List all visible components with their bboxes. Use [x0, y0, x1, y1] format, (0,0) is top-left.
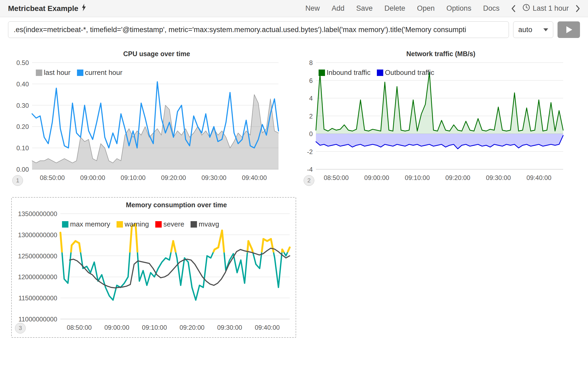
svg-text:0.40: 0.40: [16, 80, 29, 88]
svg-text:-4: -4: [307, 166, 313, 173]
lightning-bolt-icon: [82, 4, 86, 13]
svg-text:09:10:00: 09:10:00: [121, 174, 145, 181]
svg-text:13500000000: 13500000000: [18, 210, 57, 217]
chart-legend: max memorywarningseveremvavg: [62, 220, 219, 228]
time-range-label: Last 1 hour: [533, 4, 569, 13]
app-title-text: Metricbeat Example: [8, 4, 78, 13]
svg-text:09:10:00: 09:10:00: [405, 174, 430, 181]
svg-text:0.10: 0.10: [16, 144, 29, 152]
legend-label: max memory: [70, 220, 110, 228]
svg-text:12500000000: 12500000000: [18, 252, 57, 260]
top-navbar: Metricbeat Example New Add Save Delete O…: [0, 0, 588, 17]
legend-swatch: [36, 70, 42, 76]
legend-label: Outbound traffic: [385, 68, 434, 77]
legend-swatch: [62, 221, 68, 228]
legend-swatch: [77, 70, 83, 76]
chart-canvas-network[interactable]: -4-20246808:50:0009:00:0009:10:0009:20:0…: [303, 59, 566, 183]
chart-title: Memory consumption over time: [15, 201, 292, 210]
svg-text:09:20:00: 09:20:00: [161, 174, 186, 181]
svg-text:4: 4: [309, 95, 313, 102]
play-icon: [566, 26, 572, 33]
nav-menu: New Add Save Delete Open Options Docs La…: [305, 4, 580, 13]
time-back-button[interactable]: [511, 5, 516, 12]
chart-title: CPU usage over time: [11, 50, 281, 59]
interval-select[interactable]: auto: [513, 21, 553, 38]
legend-label: mvavg: [199, 220, 219, 228]
svg-text:8: 8: [309, 59, 313, 66]
svg-text:11500000000: 11500000000: [18, 294, 57, 302]
svg-text:09:00:00: 09:00:00: [104, 324, 129, 331]
chart-number-badge: 1: [12, 175, 23, 186]
chart-legend: last hourcurrent hour: [36, 68, 122, 77]
legend-swatch: [155, 221, 162, 228]
svg-text:6: 6: [309, 77, 313, 84]
chart-number-badge: 2: [304, 175, 314, 186]
svg-text:09:30:00: 09:30:00: [217, 324, 242, 331]
svg-text:09:10:00: 09:10:00: [142, 324, 167, 331]
svg-text:0.00: 0.00: [16, 166, 29, 173]
interval-value: auto: [518, 26, 532, 34]
legend-label: warning: [125, 220, 149, 228]
svg-text:09:00:00: 09:00:00: [80, 174, 105, 181]
svg-text:09:30:00: 09:30:00: [486, 174, 511, 181]
svg-text:08:50:00: 08:50:00: [67, 324, 92, 331]
legend-item[interactable]: current hour: [77, 68, 122, 77]
chevron-down-icon: [543, 28, 548, 31]
legend-swatch: [117, 221, 123, 228]
chart-panel-network[interactable]: Network traffic (MB/s) -4-20246808:50:00…: [303, 50, 566, 184]
nav-item-delete[interactable]: Delete: [384, 4, 405, 13]
nav-item-open[interactable]: Open: [417, 4, 435, 13]
chart-number-badge: 3: [15, 323, 26, 333]
nav-item-docs[interactable]: Docs: [483, 4, 500, 13]
svg-text:11000000000: 11000000000: [18, 316, 57, 323]
legend-label: current hour: [85, 68, 122, 77]
nav-item-new[interactable]: New: [305, 4, 320, 13]
timelion-expression-input[interactable]: [8, 21, 509, 38]
app-title: Metricbeat Example: [8, 4, 86, 13]
svg-text:09:40:00: 09:40:00: [242, 174, 267, 181]
legend-item[interactable]: Outbound traffic: [377, 68, 434, 77]
query-bar: auto: [0, 17, 588, 41]
run-query-button[interactable]: [558, 21, 580, 38]
legend-item[interactable]: severe: [155, 220, 184, 228]
svg-text:09:40:00: 09:40:00: [255, 324, 280, 331]
chart-canvas-memory[interactable]: 1100000000011500000000120000000001250000…: [15, 210, 292, 333]
nav-item-add[interactable]: Add: [332, 4, 345, 13]
svg-text:08:50:00: 08:50:00: [324, 174, 349, 181]
legend-item[interactable]: warning: [117, 220, 149, 228]
svg-text:09:00:00: 09:00:00: [364, 174, 389, 181]
chart-panel-memory-selected[interactable]: Memory consumption over time 11000000000…: [11, 197, 296, 338]
legend-label: severe: [163, 220, 184, 228]
clock-icon: [523, 4, 530, 13]
legend-item[interactable]: mvavg: [191, 220, 219, 228]
svg-text:09:40:00: 09:40:00: [527, 174, 551, 181]
legend-label: Inbound traffic: [327, 68, 370, 77]
svg-text:09:20:00: 09:20:00: [180, 324, 204, 331]
chart-canvas-cpu[interactable]: 0.000.100.200.300.400.5008:50:0009:00:00…: [11, 59, 281, 183]
chart-title: Network traffic (MB/s): [303, 50, 566, 59]
legend-item[interactable]: last hour: [36, 68, 71, 77]
svg-text:2: 2: [309, 113, 313, 120]
time-picker[interactable]: Last 1 hour: [523, 4, 569, 13]
chart-panel-cpu[interactable]: CPU usage over time 0.000.100.200.300.40…: [11, 50, 281, 184]
legend-swatch: [319, 70, 325, 76]
svg-text:09:20:00: 09:20:00: [445, 174, 470, 181]
legend-item[interactable]: max memory: [62, 220, 110, 228]
nav-item-options[interactable]: Options: [446, 4, 471, 13]
charts-area: CPU usage over time 0.000.100.200.300.40…: [0, 41, 588, 338]
nav-item-save[interactable]: Save: [356, 4, 373, 13]
svg-text:08:50:00: 08:50:00: [40, 174, 65, 181]
time-controls: Last 1 hour: [511, 4, 580, 13]
svg-text:0: 0: [309, 130, 313, 137]
svg-text:-2: -2: [307, 148, 313, 155]
svg-text:0.50: 0.50: [16, 59, 29, 66]
legend-label: last hour: [44, 68, 71, 77]
time-forward-button[interactable]: [576, 5, 580, 12]
svg-text:09:30:00: 09:30:00: [202, 174, 226, 181]
legend-swatch: [191, 221, 197, 228]
legend-swatch: [377, 70, 383, 76]
svg-text:0.30: 0.30: [16, 102, 29, 109]
svg-text:12000000000: 12000000000: [18, 273, 57, 281]
legend-item[interactable]: Inbound traffic: [319, 68, 370, 77]
chart-legend: Inbound trafficOutbound traffic: [319, 68, 434, 77]
